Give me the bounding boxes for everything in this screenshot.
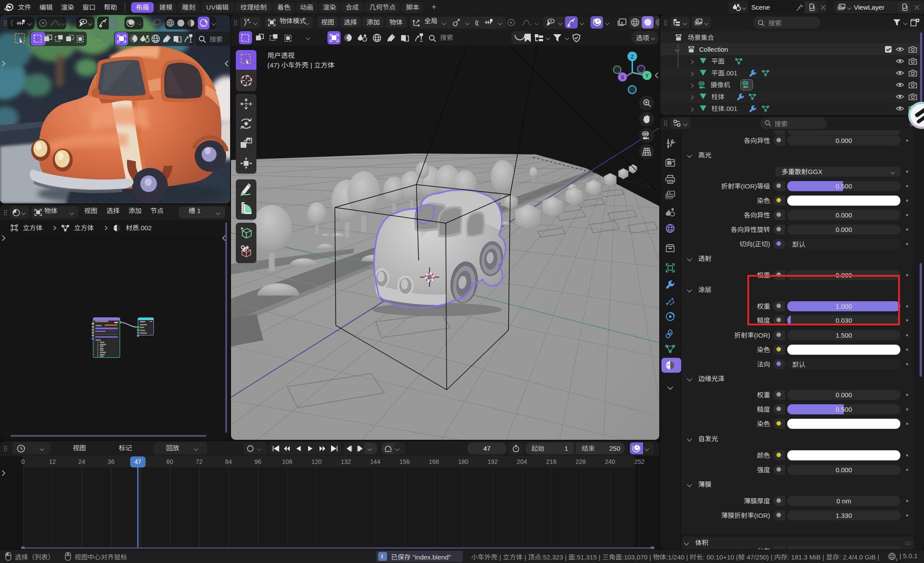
svg-text:2: 2 xyxy=(896,557,898,561)
svg-text:X: X xyxy=(621,75,624,81)
svg-text:Y: Y xyxy=(645,73,649,79)
svg-text:Z: Z xyxy=(631,54,634,60)
